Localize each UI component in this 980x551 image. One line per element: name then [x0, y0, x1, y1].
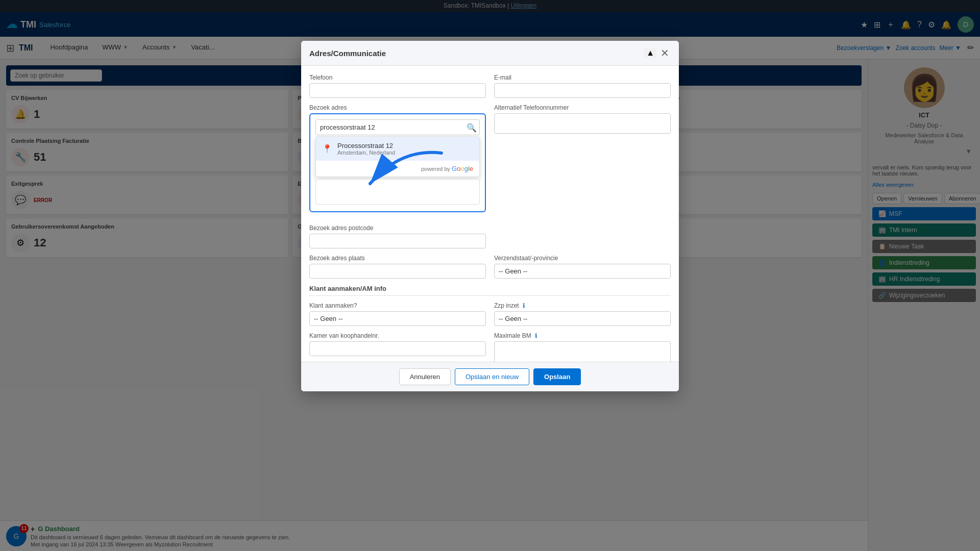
alternatief-input[interactable]	[494, 113, 671, 134]
verzendstaat-label: Verzendstaat/-provincie	[494, 255, 671, 262]
zzp-info-icon: ℹ	[523, 302, 525, 309]
modal-title: Adres/Communicatie	[309, 49, 386, 58]
postcode-row: Bezoek adres postcode	[309, 224, 671, 248]
alternatief-group: Alternatief Telefoonnummer	[494, 104, 671, 218]
autocomplete-main: Processorstraat 12	[337, 142, 395, 149]
maximale-label: Maximale BM ℹ	[494, 332, 671, 339]
alternatief-label: Alternatief Telefoonnummer	[494, 104, 671, 111]
kamer-input[interactable]	[309, 341, 486, 356]
powered-by-google: powered by Google	[316, 161, 479, 177]
plaats-label: Bezoek adres plaats	[309, 255, 486, 262]
zzp-select[interactable]: -- Geen --	[494, 311, 671, 326]
location-pin-icon: 📍	[322, 144, 332, 154]
cancel-button[interactable]: Annuleren	[399, 368, 451, 385]
klant-section-header: Klant aanmaken/AM info	[309, 285, 671, 296]
search-icon-button[interactable]: 🔍	[467, 122, 477, 132]
autocomplete-item[interactable]: 📍 Processorstraat 12 Amsterdam, Nederlan…	[316, 137, 479, 161]
autocomplete-text: Processorstraat 12 Amsterdam, Nederland	[337, 142, 395, 156]
verzendstaat-select[interactable]: -- Geen --	[494, 264, 671, 279]
kamer-group: Kamer van koophandelnr.	[309, 332, 486, 362]
address-search-wrapper: 🔍	[315, 119, 480, 135]
postcode-label: Bezoek adres postcode	[309, 224, 486, 232]
telefoon-group: Telefoon	[309, 74, 486, 98]
plaats-input[interactable]	[309, 264, 486, 279]
autocomplete-sub: Amsterdam, Nederland	[337, 149, 395, 156]
maximale-textarea[interactable]	[494, 341, 671, 362]
address-row: Bezoek adres 🔍 📍 Processorstraat 12	[309, 104, 671, 218]
kamer-label: Kamer van koophandelnr.	[309, 332, 486, 339]
kamer-maximale-row: Kamer van koophandelnr. Maximale BM ℹ	[309, 332, 671, 362]
email-label: E-mail	[494, 74, 671, 81]
powered-by-text: powered by	[421, 166, 450, 172]
verzendstaat-group: Verzendstaat/-provincie -- Geen --	[494, 255, 671, 279]
scroll-up-button[interactable]: ▲	[644, 48, 656, 58]
maximale-group: Maximale BM ℹ	[494, 332, 671, 362]
address-textarea[interactable]	[315, 179, 480, 205]
email-group: E-mail	[494, 74, 671, 98]
zzp-group: Zzp inzet ℹ -- Geen --	[494, 302, 671, 326]
modal-footer: Annuleren Opslaan en nieuw Opslaan	[301, 362, 679, 391]
address-highlight-box: 🔍 📍 Processorstraat 12 Amsterdam, Nederl…	[309, 113, 486, 212]
email-input[interactable]	[494, 83, 671, 98]
telefoon-email-row: Telefoon E-mail	[309, 74, 671, 98]
postcode-input[interactable]	[309, 234, 486, 248]
zzp-label: Zzp inzet ℹ	[494, 302, 671, 309]
save-new-button[interactable]: Opslaan en nieuw	[455, 368, 529, 385]
modal-body: Telefoon E-mail Bezoek adres 🔍	[301, 66, 679, 362]
save-button[interactable]: Opslaan	[533, 368, 581, 385]
klant-label: Klant aanmaken?	[309, 302, 486, 309]
autocomplete-dropdown: 📍 Processorstraat 12 Amsterdam, Nederlan…	[315, 136, 480, 177]
modal-header: Adres/Communicatie ▲ ✕	[301, 41, 679, 66]
telefoon-label: Telefoon	[309, 74, 486, 81]
klant-group: Klant aanmaken? -- Geen --	[309, 302, 486, 326]
address-label: Bezoek adres	[309, 104, 486, 111]
postcode-group: Bezoek adres postcode	[309, 224, 486, 248]
maximale-info-icon: ℹ	[535, 332, 537, 339]
empty-group	[494, 224, 671, 248]
telefoon-input[interactable]	[309, 83, 486, 98]
address-group: Bezoek adres 🔍 📍 Processorstraat 12	[309, 104, 486, 218]
address-search-input[interactable]	[315, 119, 480, 135]
google-logo: Google	[452, 165, 473, 172]
klant-select[interactable]: -- Geen --	[309, 311, 486, 326]
address-modal: Adres/Communicatie ▲ ✕ Telefoon E-mail B…	[301, 41, 679, 391]
plaats-verzend-row: Bezoek adres plaats Verzendstaat/-provin…	[309, 255, 671, 279]
close-button[interactable]: ✕	[658, 47, 671, 59]
klant-zzp-row: Klant aanmaken? -- Geen -- Zzp inzet ℹ -…	[309, 302, 671, 326]
plaats-group: Bezoek adres plaats	[309, 255, 486, 279]
